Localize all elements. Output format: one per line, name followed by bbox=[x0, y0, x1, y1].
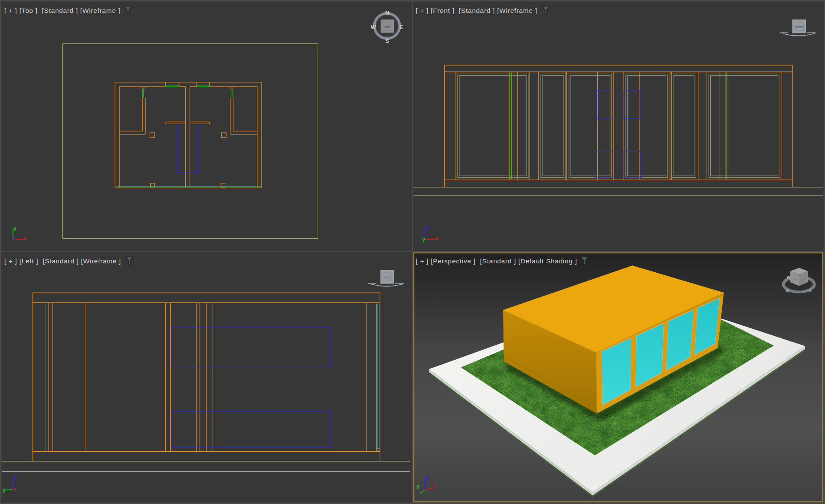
svg-text:Z: Z bbox=[14, 475, 17, 481]
svg-text:y: y bbox=[3, 486, 6, 493]
svg-text:x: x bbox=[14, 486, 17, 492]
svg-text:[ + ] [Left ] [Standard ] [Wi: [ + ] [Left ] [Standard ] [Wireframe ] bbox=[4, 257, 121, 265]
svg-text:N: N bbox=[385, 10, 389, 16]
svg-text:[ + ] [Front ] [Standard ] [W: [ + ] [Front ] [Standard ] [Wireframe ] bbox=[416, 7, 537, 14]
svg-text:S: S bbox=[385, 38, 389, 44]
svg-text:z: z bbox=[14, 235, 17, 241]
svg-text:LEFT: LEFT bbox=[384, 276, 390, 279]
svg-text:E: E bbox=[399, 24, 403, 30]
svg-text:FRONT: FRONT bbox=[795, 26, 804, 28]
svg-text:y: y bbox=[14, 225, 17, 231]
svg-text:W: W bbox=[787, 275, 791, 280]
svg-text:N: N bbox=[786, 289, 789, 293]
svg-text:[ + ] [Perspective ] [Standar: [ + ] [Perspective ] [Standard ] [Defaul… bbox=[416, 257, 577, 265]
svg-text:y: y bbox=[417, 483, 420, 489]
svg-text:W: W bbox=[371, 24, 376, 30]
svg-text:y: y bbox=[422, 236, 426, 242]
svg-text:S: S bbox=[809, 289, 812, 293]
svg-text:x: x bbox=[435, 235, 438, 241]
svg-text:TOP: TOP bbox=[384, 26, 390, 28]
svg-text:x: x bbox=[24, 235, 27, 241]
svg-text:[ + ] [Top ] [Standard ] [Wir: [ + ] [Top ] [Standard ] [Wireframe ] bbox=[4, 7, 120, 14]
svg-text:Z: Z bbox=[426, 475, 429, 481]
svg-text:x: x bbox=[433, 482, 436, 488]
svg-text:LEFT: LEFT bbox=[793, 278, 798, 280]
svg-text:Z: Z bbox=[426, 225, 429, 231]
